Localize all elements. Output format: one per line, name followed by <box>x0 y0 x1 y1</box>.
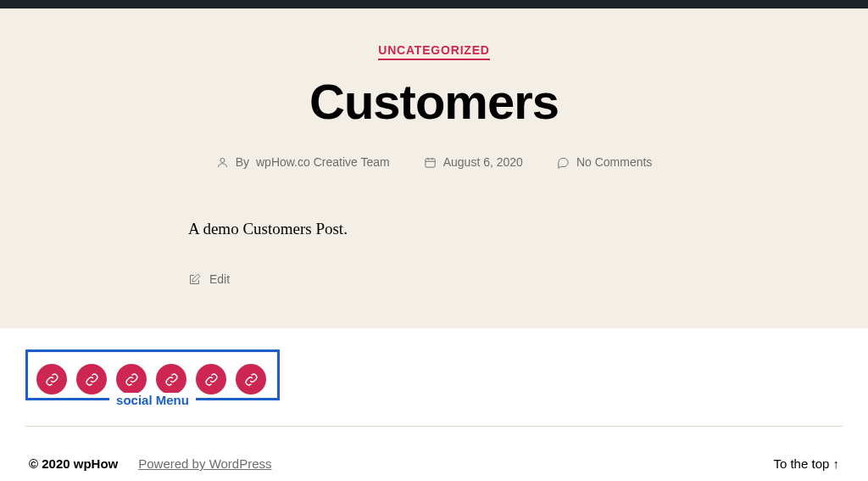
author-by: By <box>236 155 249 169</box>
svg-point-0 <box>220 158 225 162</box>
to-top-link[interactable]: To the top ↑ <box>773 456 839 471</box>
edit-icon <box>188 273 201 286</box>
social-link-1[interactable] <box>36 364 67 394</box>
link-icon <box>244 372 259 387</box>
post-date-meta: August 6, 2020 <box>424 155 523 169</box>
social-link-5[interactable] <box>196 364 226 394</box>
social-link-4[interactable] <box>156 364 186 394</box>
site-footer: © 2020 wpHow Powered by WordPress To the… <box>0 435 868 481</box>
category-link[interactable]: UNCATEGORIZED <box>378 43 489 60</box>
powered-by-link[interactable]: Powered by WordPress <box>138 456 271 471</box>
post-content: A demo Customers Post. <box>188 220 680 238</box>
social-section: social Menu <box>0 328 868 435</box>
social-icons <box>36 364 269 394</box>
social-link-6[interactable] <box>236 364 266 394</box>
link-icon <box>125 372 139 387</box>
calendar-icon <box>424 156 437 169</box>
post-category: UNCATEGORIZED <box>25 42 843 58</box>
post-body: A demo Customers Post. Edit <box>188 220 680 286</box>
comment-icon <box>557 156 570 169</box>
post-comments-meta: No Comments <box>557 155 652 169</box>
link-icon <box>45 372 59 387</box>
svg-rect-1 <box>426 159 435 167</box>
date-link[interactable]: August 6, 2020 <box>443 155 523 169</box>
social-menu-label: social Menu <box>109 393 196 407</box>
edit-label: Edit <box>209 272 230 286</box>
social-link-3[interactable] <box>116 364 147 394</box>
content-area: UNCATEGORIZED Customers By wpHow.co Crea… <box>0 8 868 328</box>
footer-divider <box>25 426 843 427</box>
edit-link[interactable]: Edit <box>188 272 680 286</box>
post-title: Customers <box>25 73 843 130</box>
admin-bar <box>0 0 868 8</box>
link-icon <box>164 372 179 387</box>
author-link[interactable]: wpHow.co Creative Team <box>256 155 390 169</box>
copyright-text: © 2020 wpHow <box>29 456 118 471</box>
link-icon <box>85 372 99 387</box>
user-icon <box>216 156 229 169</box>
post-author-meta: By wpHow.co Creative Team <box>216 155 390 169</box>
social-link-2[interactable] <box>76 364 107 394</box>
post-meta: By wpHow.co Creative Team August 6, 2020… <box>25 155 843 169</box>
comments-link[interactable]: No Comments <box>576 155 652 169</box>
social-menu-box: social Menu <box>25 350 280 400</box>
footer-left: © 2020 wpHow Powered by WordPress <box>29 456 272 471</box>
link-icon <box>204 372 219 387</box>
